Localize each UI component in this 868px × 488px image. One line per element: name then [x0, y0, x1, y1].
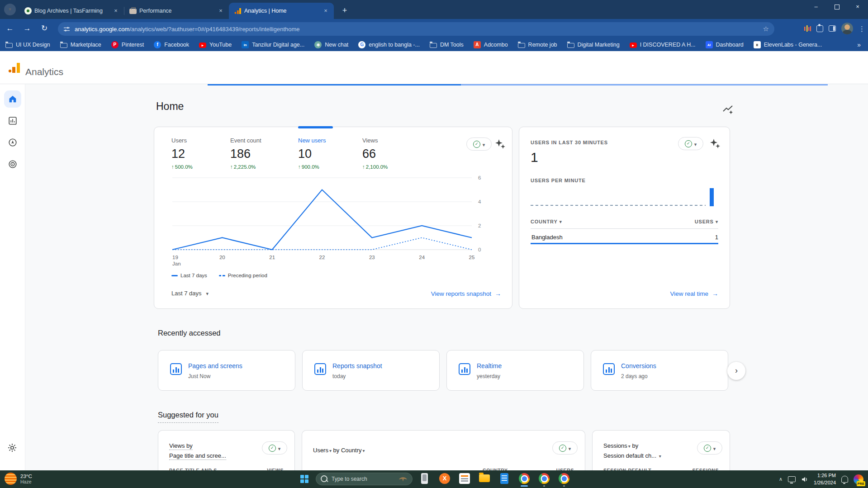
close-tab-icon[interactable]: × [112, 7, 119, 14]
recent-card-realtime[interactable]: Realtimeyesterday [446, 350, 584, 391]
bookmark-label: Remote job [528, 42, 557, 48]
close-tab-icon[interactable]: × [217, 7, 224, 14]
close-window-button[interactable]: × [847, 0, 868, 14]
network-monitor-icon[interactable] [788, 476, 796, 482]
data-quality-badge[interactable] [466, 137, 492, 151]
tab-performance[interactable]: Performance× [124, 3, 229, 19]
tab-search-button[interactable] [4, 4, 16, 15]
bookmark-i-discovered-a-h[interactable]: I DISCOVERED A H... [630, 42, 696, 48]
suggested-card-users-by-country[interactable]: Users by Country COUNTRYUSERS [302, 430, 585, 470]
side-panel-icon[interactable] [829, 25, 836, 32]
suggested-card-sessions[interactable]: Sessions by Session default ch... SESSIO… [592, 430, 730, 470]
minimize-button[interactable]: – [806, 0, 826, 14]
facebook-icon [154, 41, 161, 48]
bookmarks-overflow-icon[interactable] [857, 41, 861, 48]
svg-text:19: 19 [172, 255, 178, 260]
notification-bell-icon[interactable] [841, 476, 848, 483]
pinterest-icon [111, 41, 119, 48]
package-taskbar-icon[interactable] [459, 472, 470, 487]
nav-home-button[interactable] [4, 90, 21, 108]
date-range-selector[interactable]: Last 7 days [171, 290, 209, 297]
insights-icon[interactable] [722, 103, 734, 115]
clock[interactable]: 1:26 PM1/26/2024 [814, 472, 836, 487]
linkedin-icon [242, 41, 249, 48]
nav-explore-button[interactable] [4, 134, 21, 151]
maximize-button[interactable] [826, 0, 847, 14]
bookmark-star-icon[interactable]: ☆ [763, 25, 769, 33]
view-real-time-link[interactable]: View real time [670, 290, 718, 297]
metric-value: 12 [171, 147, 193, 161]
chrome-icon [539, 473, 550, 484]
metric-tab-views[interactable]: Views66↑2,100.0% [362, 137, 388, 170]
ga-favicon-icon [234, 7, 242, 14]
taskbar-search[interactable] [316, 473, 413, 485]
bookmark-adcombo[interactable]: Adcombo [474, 41, 508, 48]
recent-card-pages-and-screens[interactable]: Pages and screensJust Now [158, 350, 295, 391]
address-bar[interactable]: analytics.google.com/analytics/web/?auth… [58, 22, 774, 36]
start-button[interactable] [300, 475, 309, 483]
bookmark-elevenlabs-genera[interactable]: ElevenLabs - Genera... [754, 41, 822, 48]
nav-reports-button[interactable] [4, 112, 21, 129]
view-reports-snapshot-link[interactable]: View reports snapshot [431, 290, 501, 297]
hidden-icons-chevron[interactable] [779, 476, 783, 482]
close-tab-icon[interactable]: × [322, 7, 329, 14]
nav-settings-button[interactable] [7, 442, 18, 453]
insights-sparkle-icon[interactable] [494, 138, 506, 150]
bookmark-youtube[interactable]: YouTube [199, 42, 232, 48]
volume-icon[interactable] [801, 476, 808, 483]
data-quality-badge[interactable] [262, 441, 287, 455]
folder-taskbar-icon[interactable] [479, 472, 490, 487]
metric-tab-new-users[interactable]: New users10↑900.0% [298, 137, 326, 170]
reload-button[interactable]: ↻ [37, 22, 52, 36]
bookmark-tanzilur-digital-age[interactable]: Tanzilur Digital age... [242, 41, 304, 48]
country-column-header[interactable]: COUNTRY [531, 219, 562, 225]
bookmark-dashboard[interactable]: Dashboard [706, 41, 744, 48]
bookmark-facebook[interactable]: Facebook [154, 41, 189, 48]
forward-button[interactable]: → [20, 22, 34, 36]
users-column-header[interactable]: USERS [695, 219, 718, 225]
back-button[interactable]: ← [3, 22, 17, 36]
recent-card-title: Pages and screens [188, 362, 242, 370]
tray-app-icon[interactable]: PRE [854, 474, 863, 484]
tab-analytics-home[interactable]: Analytics | Home× [229, 3, 334, 19]
window-controls: – × [806, 0, 868, 14]
extensions-puzzle-icon[interactable] [816, 25, 823, 32]
bookmark-pinterest[interactable]: Pinterest [111, 41, 144, 48]
data-quality-badge[interactable] [678, 137, 703, 150]
bookmark-ui-ux-design[interactable]: UI UX Design [5, 42, 50, 48]
tab-blog-archives-tasfarming[interactable]: Blog Archives | TasFarming× [19, 3, 124, 19]
device-taskbar-icon[interactable] [419, 472, 431, 487]
nav-advertising-button[interactable] [4, 156, 21, 173]
browser-menu-icon[interactable]: ⋮ [859, 25, 865, 32]
bookmark-remote-job[interactable]: Remote job [518, 42, 557, 48]
browser-profile-avatar[interactable] [841, 23, 853, 34]
notepad-taskbar-icon[interactable] [498, 472, 510, 487]
check-circle-icon [269, 445, 276, 452]
weather-widget[interactable]: 23°CHaze [5, 473, 32, 485]
bookmark-english-to-bangla[interactable]: english to bangla -... [358, 41, 420, 48]
bookmark-dm-tools[interactable]: DM Tools [430, 42, 464, 48]
loading-bar-pending [461, 84, 828, 85]
bookmark-label: Tanzilur Digital age... [252, 42, 304, 48]
chrome-taskbar-icon[interactable] [538, 472, 550, 487]
bookmark-new-chat[interactable]: New chat [314, 41, 348, 48]
bookmark-digital-marketing[interactable]: Digital Marketing [567, 42, 620, 48]
recent-card-conversions[interactable]: Conversions2 days ago [591, 350, 728, 391]
new-tab-button[interactable] [338, 5, 351, 17]
bookmark-marketplace[interactable]: Marketplace [60, 42, 101, 48]
suggested-card-views[interactable]: Views by Page title and scree... PAGE TI… [158, 430, 295, 470]
metric-tab-users[interactable]: Users12↑500.0% [171, 137, 193, 170]
data-quality-badge[interactable] [697, 441, 722, 455]
insights-sparkle-icon[interactable] [709, 138, 721, 150]
chrome-taskbar-icon[interactable] [558, 472, 570, 487]
extension-wave-icon[interactable] [804, 25, 811, 32]
analytics-logo-icon [8, 62, 21, 74]
xampp-taskbar-icon[interactable] [439, 472, 451, 487]
taskbar-search-input[interactable] [332, 476, 395, 482]
data-quality-badge[interactable] [552, 441, 578, 455]
metric-tab-event-count[interactable]: Event count186↑2,225.0% [230, 137, 261, 170]
recent-card-reports-snapshot[interactable]: Reports snapshottoday [302, 350, 440, 391]
chrome-taskbar-icon[interactable] [518, 472, 530, 487]
carousel-next-button[interactable] [727, 362, 745, 380]
site-settings-icon[interactable] [63, 26, 70, 33]
